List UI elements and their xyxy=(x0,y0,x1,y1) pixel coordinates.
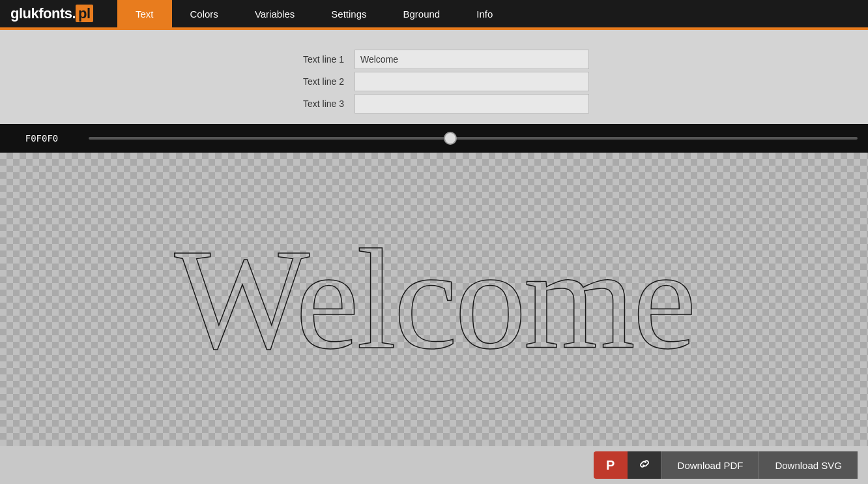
preview-text: Welcome xyxy=(174,228,693,371)
tab-text[interactable]: Text xyxy=(117,0,172,27)
slider-track-container xyxy=(78,137,868,140)
text-line-2-input[interactable] xyxy=(354,72,589,91)
header: glukfonts.pl Text Colors Variables Setti… xyxy=(0,0,868,27)
tab-bground[interactable]: Bground xyxy=(385,0,459,27)
text-fields-container: Text line 1 Text line 2 Text line 3 xyxy=(0,43,868,124)
text-line-3-input[interactable] xyxy=(354,94,589,113)
text-line-1-input[interactable] xyxy=(354,50,589,69)
text-line-3-label: Text line 3 xyxy=(279,98,344,109)
text-line-1-label: Text line 1 xyxy=(279,54,344,65)
main-content: Text line 1 Text line 2 Text line 3 F0F0… xyxy=(0,30,868,484)
tab-colors[interactable]: Colors xyxy=(172,0,237,27)
tab-settings[interactable]: Settings xyxy=(313,0,384,27)
text-line-2-row: Text line 2 xyxy=(279,72,589,91)
text-line-2-label: Text line 2 xyxy=(279,76,344,87)
controls-panel: Text line 1 Text line 2 Text line 3 F0F0… xyxy=(0,30,868,153)
size-slider[interactable] xyxy=(89,137,858,140)
link-icon xyxy=(637,457,652,474)
logo-main: glukfonts. xyxy=(10,5,76,22)
link-button[interactable] xyxy=(628,451,661,479)
nav-bar: Text Colors Variables Settings Bground I… xyxy=(117,0,511,27)
text-line-1-row: Text line 1 xyxy=(279,50,589,69)
tab-info[interactable]: Info xyxy=(458,0,511,27)
logo-area: glukfonts.pl xyxy=(0,0,117,27)
color-hex-label: F0F0F0 xyxy=(0,133,78,144)
pinterest-button[interactable]: P xyxy=(594,451,628,479)
download-svg-button[interactable]: Download SVG xyxy=(759,451,858,479)
tab-variables[interactable]: Variables xyxy=(237,0,313,27)
download-pdf-button[interactable]: Download PDF xyxy=(661,451,759,479)
logo-pl: pl xyxy=(76,5,93,22)
logo-text: glukfonts.pl xyxy=(10,5,93,22)
preview-area: Welcome xyxy=(0,153,868,446)
pinterest-icon: P xyxy=(606,458,615,473)
bottom-bar: P Download PDF Download SVG xyxy=(0,446,868,484)
text-line-3-row: Text line 3 xyxy=(279,94,589,113)
slider-bar: F0F0F0 xyxy=(0,124,868,153)
